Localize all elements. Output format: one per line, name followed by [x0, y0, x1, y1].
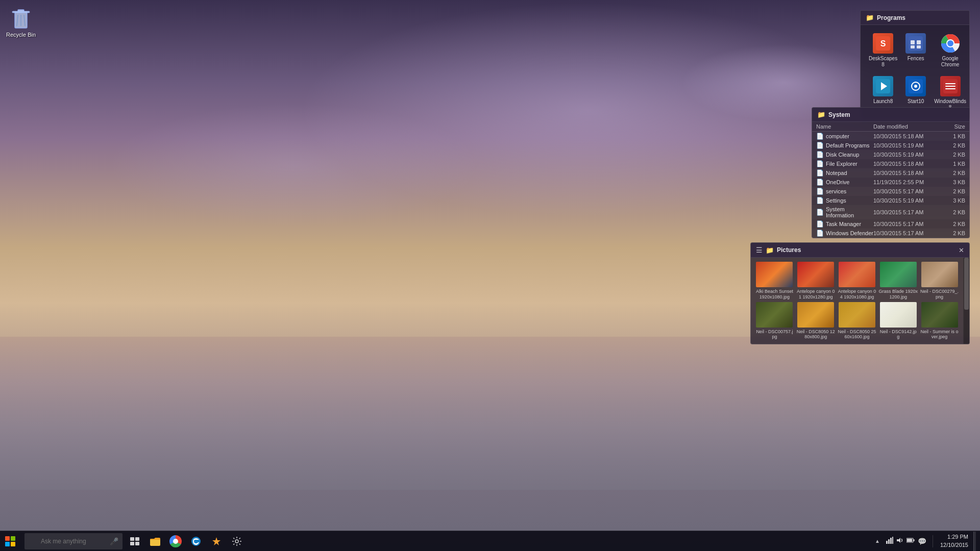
picture-thumbnail — [880, 302, 917, 328]
system-row[interactable]: 📄 Settings 10/30/2015 5:19 AM 3 KB — [812, 196, 969, 205]
picture-label: Neil - DSC8050 2560x1600.jpg — [838, 329, 877, 340]
system-row-name: 📄 Settings — [816, 197, 873, 204]
system-row[interactable]: 📄 services 10/30/2015 5:17 AM 2 KB — [812, 187, 969, 196]
pictures-grid: Alki Beach Sunset 980x551.jpg Antelope… — [751, 258, 963, 344]
picture-label: Neil - DSC00757.jpg — [755, 329, 794, 340]
picture-item[interactable]: Grass Blade 1920x1200.jpg — [878, 262, 918, 300]
pictures-scrollbar[interactable] — [963, 258, 969, 344]
task-view-button[interactable] — [125, 531, 145, 552]
picture-label: Neil - DSC8050 1280x800.jpg — [796, 329, 836, 340]
picture-item[interactable]: Neil - DSC8050 2560x1600.jpg — [838, 302, 877, 340]
system-row[interactable]: 📄 System Information 10/30/2015 5:17 AM … — [812, 205, 969, 219]
edge-taskbar-button[interactable] — [186, 531, 206, 552]
system-folder-icon: 📁 — [817, 111, 825, 118]
system-row-date: 10/30/2015 5:19 AM — [873, 197, 940, 204]
win-logo-tl — [5, 536, 10, 541]
col-name: Name — [816, 123, 873, 130]
system-row-name: 📄 System Information — [816, 206, 873, 218]
picture-item[interactable]: Neil - Summer is over.jpeg — [920, 302, 959, 340]
svg-rect-35 — [890, 538, 892, 544]
launch8-label: Launch8 — [873, 98, 893, 105]
system-row-size: 2 KB — [940, 221, 965, 227]
system-table-container: Name Date modified Size 📄 computer 10/30… — [812, 122, 969, 238]
start10-label: Start10 — [908, 98, 924, 105]
program-chrome[interactable]: Google Chrome — [932, 31, 968, 70]
system-row-size: 1 KB — [940, 161, 965, 167]
show-hidden-icons[interactable]: ▲ — [873, 538, 882, 544]
system-row[interactable]: 📄 Notepad 10/30/2015 5:18 AM 2 KB — [812, 168, 969, 178]
stardock-taskbar-button[interactable] — [206, 531, 227, 552]
picture-item[interactable]: Neil - DSC00279_.png — [920, 262, 959, 300]
fences-icon — [905, 33, 926, 54]
file-explorer-taskbar-button[interactable] — [145, 531, 165, 552]
pictures-content: Alki Beach Sunset 980x551.jpg Antelope… — [751, 258, 969, 344]
system-row[interactable]: 📄 Disk Cleanup 10/30/2015 5:19 AM 2 KB — [812, 150, 969, 159]
system-row-name: 📄 File Explorer — [816, 160, 873, 167]
svg-text:S: S — [880, 39, 886, 48]
system-fence: 📁 System Name Date modified Size 📄 compu… — [812, 107, 970, 238]
launch8-icon — [873, 76, 893, 96]
pictures-close-button[interactable]: ✕ — [959, 247, 964, 254]
pictures-menu-icon[interactable]: ☰ — [756, 246, 763, 254]
system-row-size: 2 KB — [940, 142, 965, 148]
start-button[interactable] — [0, 531, 20, 552]
pictures-fence-title: Pictures — [777, 246, 801, 254]
system-row[interactable]: 📄 Windows Defender 10/30/2015 5:17 AM 2 … — [812, 229, 969, 238]
picture-label: Antelope canyon 04 980x551.jpg — [838, 289, 877, 300]
winblinds-icon — [940, 76, 961, 96]
file-icon: 📄 — [816, 169, 824, 177]
deskscapes-icon: S — [873, 33, 893, 54]
taskbar-clock[interactable]: 1:29 PM 12/10/2015 — [936, 533, 972, 549]
chrome-label: Google Chrome — [934, 56, 966, 68]
settings-taskbar-button[interactable] — [227, 531, 247, 552]
network-tray-icon[interactable] — [886, 537, 893, 545]
pictures-header-left: ☰ 📁 Pictures — [756, 246, 801, 254]
microphone-icon[interactable]: 🎤 — [110, 537, 118, 545]
scrollbar-thumb — [964, 258, 969, 310]
show-desktop-button[interactable] — [973, 532, 976, 551]
file-icon: 📄 — [816, 179, 824, 186]
system-row-date: 11/19/2015 2:55 PM — [873, 179, 940, 185]
picture-item[interactable]: Neil - DSC00757.jpg — [755, 302, 794, 340]
system-item-name: OneDrive — [826, 179, 849, 185]
system-item-name: computer — [826, 133, 849, 139]
volume-tray-icon[interactable] — [896, 537, 903, 545]
program-deskscapes[interactable]: S DeskScapes 8 — [867, 31, 899, 70]
col-size: Size — [940, 123, 965, 130]
picture-item[interactable]: Neil - DSC9142.jpg — [878, 302, 918, 340]
system-row-name: 📄 Default Programs — [816, 142, 873, 149]
picture-item[interactable]: Neil - DSC8050 1280x800.jpg — [796, 302, 836, 340]
search-input[interactable] — [24, 533, 122, 549]
action-center-icon[interactable]: 💬 — [918, 537, 926, 545]
picture-label: Neil - Summer is over.jpeg — [920, 329, 959, 340]
col-date: Date modified — [873, 123, 940, 130]
chrome-taskbar-icon — [169, 535, 182, 547]
chrome-taskbar-button[interactable] — [165, 531, 186, 552]
system-row[interactable]: 📄 File Explorer 10/30/2015 5:18 AM 1 KB — [812, 159, 969, 168]
water-reflection — [0, 337, 980, 490]
picture-item[interactable]: Alki Beach Sunset 980x551.jpg — [755, 262, 794, 300]
picture-item[interactable]: Antelope canyon 04 980x551.jpg — [838, 262, 877, 300]
svg-rect-39 — [907, 539, 912, 542]
fences-label: Fences — [908, 56, 924, 62]
system-item-name: Notepad — [826, 170, 847, 176]
recycle-bin[interactable]: Recycle Bin — [4, 4, 38, 40]
system-row[interactable]: 📄 computer 10/30/2015 5:18 AM 1 KB — [812, 132, 969, 141]
svg-rect-2 — [12, 11, 30, 13]
taskbar-time: 1:29 PM — [947, 533, 968, 541]
system-row[interactable]: 📄 Task Manager 10/30/2015 5:17 AM 2 KB — [812, 219, 969, 229]
system-row[interactable]: 📄 Default Programs 10/30/2015 5:19 AM 2 … — [812, 141, 969, 150]
system-row-size: 3 KB — [940, 179, 965, 185]
taskbar: 🎤 — [0, 531, 980, 551]
svg-rect-11 — [911, 45, 915, 48]
battery-tray-icon[interactable] — [906, 537, 915, 545]
picture-label: Neil - DSC9142.jpg — [878, 329, 918, 340]
program-fences[interactable]: Fences — [903, 31, 928, 70]
picture-label: Grass Blade 1920x1200.jpg — [878, 289, 918, 300]
picture-item[interactable]: Antelope canyon 01 1920x1280.jpg — [796, 262, 836, 300]
system-row-name: 📄 OneDrive — [816, 179, 873, 186]
system-row[interactable]: 📄 OneDrive 11/19/2015 2:55 PM 3 KB — [812, 178, 969, 187]
system-item-name: Disk Cleanup — [826, 152, 859, 158]
recycle-bin-icon — [9, 6, 33, 31]
system-row-name: 📄 Notepad — [816, 169, 873, 177]
